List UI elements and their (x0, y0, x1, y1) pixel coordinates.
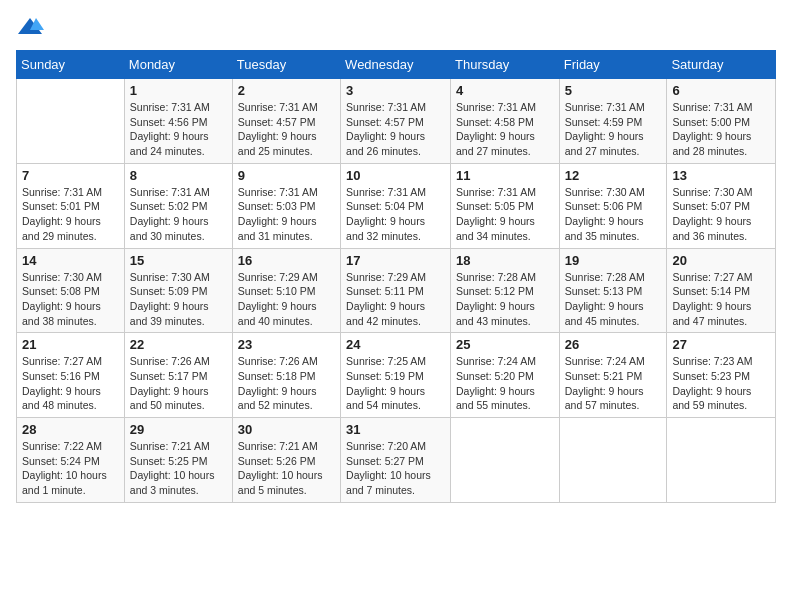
day-number: 1 (130, 83, 227, 98)
col-header-monday: Monday (124, 51, 232, 79)
day-detail: Sunrise: 7:31 AMSunset: 4:56 PMDaylight:… (130, 100, 227, 159)
day-number: 9 (238, 168, 335, 183)
day-number: 2 (238, 83, 335, 98)
day-detail: Sunrise: 7:23 AMSunset: 5:23 PMDaylight:… (672, 354, 770, 413)
day-number: 29 (130, 422, 227, 437)
calendar-cell: 16Sunrise: 7:29 AMSunset: 5:10 PMDayligh… (232, 248, 340, 333)
day-detail: Sunrise: 7:31 AMSunset: 4:57 PMDaylight:… (346, 100, 445, 159)
calendar-cell: 13Sunrise: 7:30 AMSunset: 5:07 PMDayligh… (667, 163, 776, 248)
calendar-cell: 8Sunrise: 7:31 AMSunset: 5:02 PMDaylight… (124, 163, 232, 248)
day-number: 21 (22, 337, 119, 352)
day-detail: Sunrise: 7:31 AMSunset: 5:00 PMDaylight:… (672, 100, 770, 159)
day-detail: Sunrise: 7:26 AMSunset: 5:17 PMDaylight:… (130, 354, 227, 413)
day-number: 17 (346, 253, 445, 268)
day-detail: Sunrise: 7:24 AMSunset: 5:20 PMDaylight:… (456, 354, 554, 413)
day-detail: Sunrise: 7:31 AMSunset: 5:03 PMDaylight:… (238, 185, 335, 244)
day-detail: Sunrise: 7:29 AMSunset: 5:10 PMDaylight:… (238, 270, 335, 329)
day-detail: Sunrise: 7:28 AMSunset: 5:13 PMDaylight:… (565, 270, 662, 329)
calendar-cell: 29Sunrise: 7:21 AMSunset: 5:25 PMDayligh… (124, 418, 232, 503)
calendar-cell (667, 418, 776, 503)
calendar-cell: 19Sunrise: 7:28 AMSunset: 5:13 PMDayligh… (559, 248, 667, 333)
day-detail: Sunrise: 7:31 AMSunset: 5:04 PMDaylight:… (346, 185, 445, 244)
calendar-cell: 5Sunrise: 7:31 AMSunset: 4:59 PMDaylight… (559, 79, 667, 164)
day-detail: Sunrise: 7:21 AMSunset: 5:26 PMDaylight:… (238, 439, 335, 498)
calendar-cell: 26Sunrise: 7:24 AMSunset: 5:21 PMDayligh… (559, 333, 667, 418)
calendar-cell: 10Sunrise: 7:31 AMSunset: 5:04 PMDayligh… (341, 163, 451, 248)
day-number: 8 (130, 168, 227, 183)
col-header-friday: Friday (559, 51, 667, 79)
calendar-cell (17, 79, 125, 164)
day-number: 23 (238, 337, 335, 352)
day-detail: Sunrise: 7:27 AMSunset: 5:14 PMDaylight:… (672, 270, 770, 329)
page-header (16, 16, 776, 38)
day-detail: Sunrise: 7:31 AMSunset: 4:58 PMDaylight:… (456, 100, 554, 159)
day-number: 10 (346, 168, 445, 183)
day-detail: Sunrise: 7:20 AMSunset: 5:27 PMDaylight:… (346, 439, 445, 498)
day-number: 24 (346, 337, 445, 352)
calendar-cell: 28Sunrise: 7:22 AMSunset: 5:24 PMDayligh… (17, 418, 125, 503)
day-number: 16 (238, 253, 335, 268)
calendar-cell: 25Sunrise: 7:24 AMSunset: 5:20 PMDayligh… (451, 333, 560, 418)
day-number: 3 (346, 83, 445, 98)
day-detail: Sunrise: 7:30 AMSunset: 5:09 PMDaylight:… (130, 270, 227, 329)
calendar-cell: 18Sunrise: 7:28 AMSunset: 5:12 PMDayligh… (451, 248, 560, 333)
day-detail: Sunrise: 7:30 AMSunset: 5:06 PMDaylight:… (565, 185, 662, 244)
day-number: 27 (672, 337, 770, 352)
day-detail: Sunrise: 7:31 AMSunset: 4:59 PMDaylight:… (565, 100, 662, 159)
day-number: 31 (346, 422, 445, 437)
calendar-cell: 21Sunrise: 7:27 AMSunset: 5:16 PMDayligh… (17, 333, 125, 418)
day-detail: Sunrise: 7:24 AMSunset: 5:21 PMDaylight:… (565, 354, 662, 413)
day-detail: Sunrise: 7:30 AMSunset: 5:08 PMDaylight:… (22, 270, 119, 329)
calendar-cell: 27Sunrise: 7:23 AMSunset: 5:23 PMDayligh… (667, 333, 776, 418)
col-header-thursday: Thursday (451, 51, 560, 79)
day-detail: Sunrise: 7:31 AMSunset: 5:02 PMDaylight:… (130, 185, 227, 244)
day-number: 7 (22, 168, 119, 183)
calendar-cell: 9Sunrise: 7:31 AMSunset: 5:03 PMDaylight… (232, 163, 340, 248)
day-number: 4 (456, 83, 554, 98)
calendar-cell: 22Sunrise: 7:26 AMSunset: 5:17 PMDayligh… (124, 333, 232, 418)
day-number: 5 (565, 83, 662, 98)
logo-icon (16, 16, 44, 38)
day-number: 28 (22, 422, 119, 437)
day-number: 12 (565, 168, 662, 183)
day-number: 15 (130, 253, 227, 268)
day-detail: Sunrise: 7:30 AMSunset: 5:07 PMDaylight:… (672, 185, 770, 244)
calendar-cell: 11Sunrise: 7:31 AMSunset: 5:05 PMDayligh… (451, 163, 560, 248)
calendar-cell: 3Sunrise: 7:31 AMSunset: 4:57 PMDaylight… (341, 79, 451, 164)
calendar-cell: 23Sunrise: 7:26 AMSunset: 5:18 PMDayligh… (232, 333, 340, 418)
calendar-cell: 24Sunrise: 7:25 AMSunset: 5:19 PMDayligh… (341, 333, 451, 418)
calendar-cell: 1Sunrise: 7:31 AMSunset: 4:56 PMDaylight… (124, 79, 232, 164)
day-number: 19 (565, 253, 662, 268)
calendar-cell (559, 418, 667, 503)
calendar-cell: 12Sunrise: 7:30 AMSunset: 5:06 PMDayligh… (559, 163, 667, 248)
day-number: 26 (565, 337, 662, 352)
calendar-cell: 6Sunrise: 7:31 AMSunset: 5:00 PMDaylight… (667, 79, 776, 164)
calendar-cell: 4Sunrise: 7:31 AMSunset: 4:58 PMDaylight… (451, 79, 560, 164)
day-detail: Sunrise: 7:25 AMSunset: 5:19 PMDaylight:… (346, 354, 445, 413)
day-number: 6 (672, 83, 770, 98)
col-header-tuesday: Tuesday (232, 51, 340, 79)
day-detail: Sunrise: 7:31 AMSunset: 4:57 PMDaylight:… (238, 100, 335, 159)
calendar-cell: 7Sunrise: 7:31 AMSunset: 5:01 PMDaylight… (17, 163, 125, 248)
day-number: 25 (456, 337, 554, 352)
day-number: 22 (130, 337, 227, 352)
day-detail: Sunrise: 7:26 AMSunset: 5:18 PMDaylight:… (238, 354, 335, 413)
day-detail: Sunrise: 7:22 AMSunset: 5:24 PMDaylight:… (22, 439, 119, 498)
calendar-table: SundayMondayTuesdayWednesdayThursdayFrid… (16, 50, 776, 503)
day-detail: Sunrise: 7:21 AMSunset: 5:25 PMDaylight:… (130, 439, 227, 498)
calendar-cell: 20Sunrise: 7:27 AMSunset: 5:14 PMDayligh… (667, 248, 776, 333)
col-header-sunday: Sunday (17, 51, 125, 79)
day-detail: Sunrise: 7:27 AMSunset: 5:16 PMDaylight:… (22, 354, 119, 413)
day-detail: Sunrise: 7:29 AMSunset: 5:11 PMDaylight:… (346, 270, 445, 329)
col-header-saturday: Saturday (667, 51, 776, 79)
day-number: 30 (238, 422, 335, 437)
logo (16, 16, 48, 38)
calendar-cell: 30Sunrise: 7:21 AMSunset: 5:26 PMDayligh… (232, 418, 340, 503)
day-number: 20 (672, 253, 770, 268)
calendar-header: SundayMondayTuesdayWednesdayThursdayFrid… (17, 51, 776, 79)
day-detail: Sunrise: 7:31 AMSunset: 5:01 PMDaylight:… (22, 185, 119, 244)
day-detail: Sunrise: 7:28 AMSunset: 5:12 PMDaylight:… (456, 270, 554, 329)
calendar-cell: 17Sunrise: 7:29 AMSunset: 5:11 PMDayligh… (341, 248, 451, 333)
calendar-cell: 31Sunrise: 7:20 AMSunset: 5:27 PMDayligh… (341, 418, 451, 503)
col-header-wednesday: Wednesday (341, 51, 451, 79)
